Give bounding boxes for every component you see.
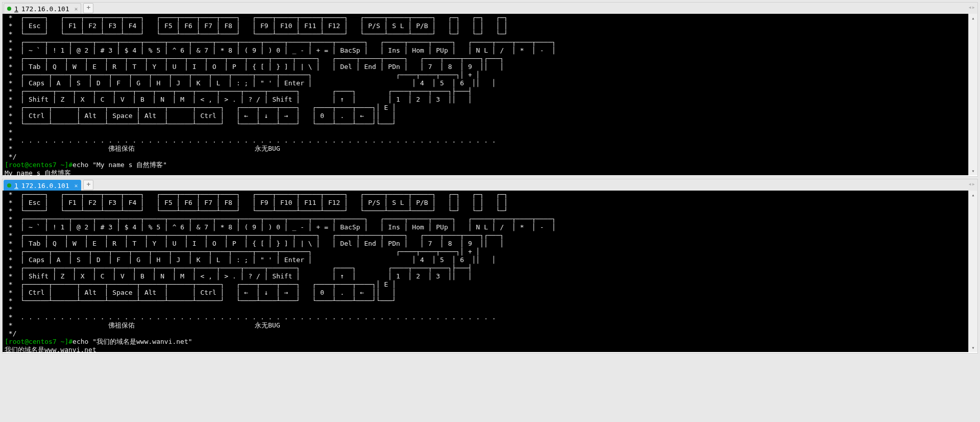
new-tab-button[interactable]: + [83, 3, 93, 13]
scroll-up-icon[interactable]: ▴ [969, 14, 977, 22]
close-tab-icon[interactable]: ✕ [75, 183, 78, 189]
status-dot-icon [7, 7, 11, 11]
tab-nav: ◂▸ [968, 180, 975, 187]
tab-next-icon[interactable]: ▸ [972, 4, 975, 11]
session-tab[interactable]: 1172.16.0.101✕ [4, 180, 81, 191]
terminal-viewport[interactable]: * ┌─────┐ ┌────┬────┬────┬────┐ ┌────┬──… [3, 14, 977, 175]
scroll-down-icon[interactable]: ▾ [969, 343, 977, 352]
vertical-scrollbar[interactable]: ▴▾ [968, 191, 977, 352]
terminal-output: * ┌─────┐ ┌────┬────┬────┬────┐ ┌────┬──… [3, 14, 977, 175]
tab-index: 1 [14, 5, 18, 13]
terminal-output: * ┌─────┐ ┌────┬────┬────┬────┐ ┌────┬──… [3, 191, 977, 352]
tab-prev-icon[interactable]: ◂ [968, 4, 972, 11]
new-tab-button[interactable]: + [83, 180, 93, 190]
vertical-scrollbar[interactable]: ▴▾ [968, 14, 977, 175]
tab-next-icon[interactable]: ▸ [972, 180, 975, 187]
tab-index: 1 [14, 182, 18, 190]
tab-host: 172.16.0.101 [21, 182, 69, 190]
tab-host: 172.16.0.101 [21, 5, 69, 13]
status-dot-icon [7, 183, 11, 187]
scroll-up-icon[interactable]: ▴ [969, 191, 977, 199]
close-tab-icon[interactable]: ✕ [75, 6, 78, 12]
scroll-down-icon[interactable]: ▾ [969, 167, 977, 175]
session-tab[interactable]: 1172.16.0.101✕ [4, 3, 81, 14]
tab-prev-icon[interactable]: ◂ [968, 180, 972, 187]
tab-nav: ◂▸ [968, 4, 975, 11]
terminal-viewport[interactable]: * ┌─────┐ ┌────┬────┬────┬────┐ ┌────┬──… [3, 191, 977, 352]
tab-bar: 1172.16.0.101✕+◂▸ [3, 179, 977, 191]
tab-bar: 1172.16.0.101✕+◂▸ [3, 3, 977, 14]
